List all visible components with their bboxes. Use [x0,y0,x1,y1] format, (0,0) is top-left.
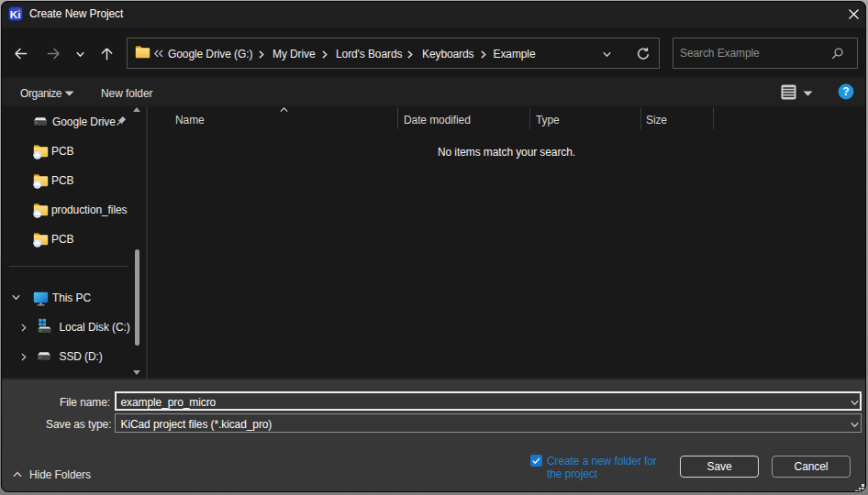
svg-text:?: ? [842,85,849,98]
